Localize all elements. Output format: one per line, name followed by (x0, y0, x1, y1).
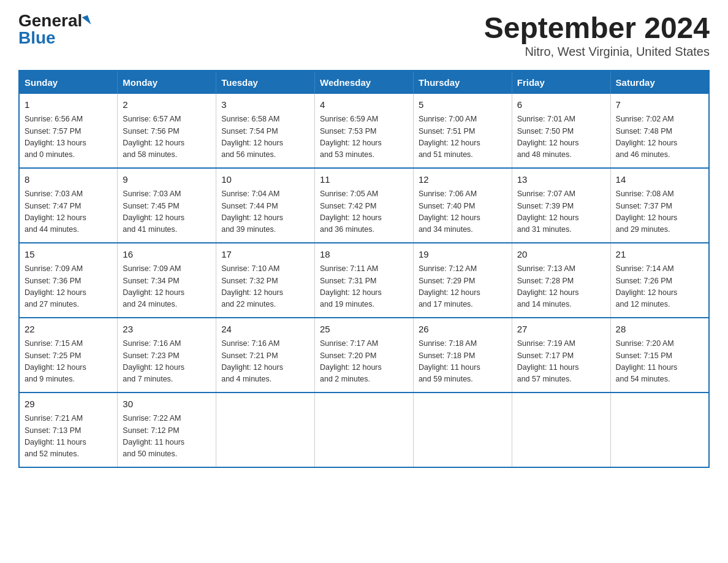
day-number: 10 (221, 173, 309, 187)
calendar-cell: 24Sunrise: 7:16 AM Sunset: 7:21 PM Dayli… (216, 318, 315, 393)
day-info: Sunrise: 7:16 AM Sunset: 7:21 PM Dayligh… (221, 338, 309, 386)
day-number: 19 (419, 248, 507, 262)
day-number: 27 (517, 323, 605, 337)
calendar-cell: 7Sunrise: 7:02 AM Sunset: 7:48 PM Daylig… (610, 94, 709, 168)
calendar-cell: 21Sunrise: 7:14 AM Sunset: 7:26 PM Dayli… (610, 243, 709, 318)
calendar-cell: 18Sunrise: 7:11 AM Sunset: 7:31 PM Dayli… (315, 243, 414, 318)
day-info: Sunrise: 7:20 AM Sunset: 7:15 PM Dayligh… (616, 338, 703, 386)
day-number: 17 (221, 248, 309, 262)
day-number: 22 (25, 323, 112, 337)
day-info: Sunrise: 7:16 AM Sunset: 7:23 PM Dayligh… (123, 338, 211, 386)
day-number: 6 (517, 98, 605, 112)
calendar-cell (512, 393, 610, 467)
day-info: Sunrise: 7:09 AM Sunset: 7:36 PM Dayligh… (25, 263, 112, 311)
calendar-week-row: 8Sunrise: 7:03 AM Sunset: 7:47 PM Daylig… (19, 168, 709, 243)
day-info: Sunrise: 7:05 AM Sunset: 7:42 PM Dayligh… (320, 188, 408, 236)
title-block: September 2024 Nitro, West Virginia, Uni… (484, 12, 710, 59)
day-info: Sunrise: 6:59 AM Sunset: 7:53 PM Dayligh… (320, 113, 408, 161)
day-number: 26 (419, 323, 507, 337)
day-info: Sunrise: 7:10 AM Sunset: 7:32 PM Dayligh… (221, 263, 309, 311)
day-of-week-header: Wednesday (315, 71, 414, 94)
calendar-cell: 25Sunrise: 7:17 AM Sunset: 7:20 PM Dayli… (315, 318, 414, 393)
day-info: Sunrise: 7:13 AM Sunset: 7:28 PM Dayligh… (517, 263, 605, 311)
calendar-cell: 3Sunrise: 6:58 AM Sunset: 7:54 PM Daylig… (216, 94, 315, 168)
day-number: 18 (320, 248, 408, 262)
day-info: Sunrise: 7:09 AM Sunset: 7:34 PM Dayligh… (123, 263, 211, 311)
calendar-cell: 20Sunrise: 7:13 AM Sunset: 7:28 PM Dayli… (512, 243, 610, 318)
calendar-cell: 15Sunrise: 7:09 AM Sunset: 7:36 PM Dayli… (19, 243, 118, 318)
day-number: 15 (25, 248, 112, 262)
calendar-cell: 17Sunrise: 7:10 AM Sunset: 7:32 PM Dayli… (216, 243, 315, 318)
calendar-week-row: 15Sunrise: 7:09 AM Sunset: 7:36 PM Dayli… (19, 243, 709, 318)
calendar-cell (216, 393, 315, 467)
calendar-cell (610, 393, 709, 467)
logo-blue: Blue (18, 29, 56, 47)
day-number: 11 (320, 173, 408, 187)
day-of-week-header: Saturday (610, 71, 709, 94)
day-number: 28 (616, 323, 703, 337)
calendar-cell (413, 393, 512, 467)
logo-triangle-icon (82, 15, 91, 26)
calendar-cell: 6Sunrise: 7:01 AM Sunset: 7:50 PM Daylig… (512, 94, 610, 168)
day-info: Sunrise: 7:03 AM Sunset: 7:45 PM Dayligh… (123, 188, 211, 236)
day-info: Sunrise: 7:21 AM Sunset: 7:13 PM Dayligh… (25, 413, 112, 461)
day-number: 4 (320, 98, 408, 112)
day-number: 24 (221, 323, 309, 337)
day-number: 7 (616, 98, 703, 112)
day-info: Sunrise: 7:08 AM Sunset: 7:37 PM Dayligh… (616, 188, 703, 236)
day-info: Sunrise: 7:22 AM Sunset: 7:12 PM Dayligh… (123, 413, 211, 461)
day-info: Sunrise: 7:01 AM Sunset: 7:50 PM Dayligh… (517, 113, 605, 161)
calendar-week-row: 1Sunrise: 6:56 AM Sunset: 7:57 PM Daylig… (19, 94, 709, 168)
calendar-cell: 2Sunrise: 6:57 AM Sunset: 7:56 PM Daylig… (118, 94, 216, 168)
day-info: Sunrise: 6:58 AM Sunset: 7:54 PM Dayligh… (221, 113, 309, 161)
day-info: Sunrise: 7:14 AM Sunset: 7:26 PM Dayligh… (616, 263, 703, 311)
day-info: Sunrise: 6:56 AM Sunset: 7:57 PM Dayligh… (25, 113, 112, 161)
page-title: September 2024 (484, 12, 710, 45)
calendar-cell: 8Sunrise: 7:03 AM Sunset: 7:47 PM Daylig… (19, 168, 118, 243)
day-number: 13 (517, 173, 605, 187)
calendar-cell: 19Sunrise: 7:12 AM Sunset: 7:29 PM Dayli… (413, 243, 512, 318)
day-number: 23 (123, 323, 211, 337)
calendar-cell: 26Sunrise: 7:18 AM Sunset: 7:18 PM Dayli… (413, 318, 512, 393)
day-info: Sunrise: 7:18 AM Sunset: 7:18 PM Dayligh… (419, 338, 507, 386)
day-info: Sunrise: 7:17 AM Sunset: 7:20 PM Dayligh… (320, 338, 408, 386)
calendar-cell: 23Sunrise: 7:16 AM Sunset: 7:23 PM Dayli… (118, 318, 216, 393)
day-info: Sunrise: 7:19 AM Sunset: 7:17 PM Dayligh… (517, 338, 605, 386)
day-of-week-header: Thursday (413, 71, 512, 94)
page-subtitle: Nitro, West Virginia, United States (484, 45, 710, 59)
calendar-cell: 16Sunrise: 7:09 AM Sunset: 7:34 PM Dayli… (118, 243, 216, 318)
calendar-cell: 4Sunrise: 6:59 AM Sunset: 7:53 PM Daylig… (315, 94, 414, 168)
day-of-week-header: Monday (118, 71, 216, 94)
day-number: 5 (419, 98, 507, 112)
calendar-cell: 12Sunrise: 7:06 AM Sunset: 7:40 PM Dayli… (413, 168, 512, 243)
calendar-week-row: 22Sunrise: 7:15 AM Sunset: 7:25 PM Dayli… (19, 318, 709, 393)
day-number: 3 (221, 98, 309, 112)
day-info: Sunrise: 7:00 AM Sunset: 7:51 PM Dayligh… (419, 113, 507, 161)
day-number: 8 (25, 173, 112, 187)
day-number: 16 (123, 248, 211, 262)
calendar-cell: 1Sunrise: 6:56 AM Sunset: 7:57 PM Daylig… (19, 94, 118, 168)
day-info: Sunrise: 7:07 AM Sunset: 7:39 PM Dayligh… (517, 188, 605, 236)
calendar-cell: 29Sunrise: 7:21 AM Sunset: 7:13 PM Dayli… (19, 393, 118, 467)
day-number: 30 (123, 397, 211, 412)
calendar-cell (315, 393, 414, 467)
day-info: Sunrise: 7:15 AM Sunset: 7:25 PM Dayligh… (25, 338, 112, 386)
calendar-header-row: SundayMondayTuesdayWednesdayThursdayFrid… (19, 71, 709, 94)
day-number: 29 (25, 397, 112, 412)
logo-general: General (18, 12, 82, 29)
day-info: Sunrise: 7:11 AM Sunset: 7:31 PM Dayligh… (320, 263, 408, 311)
logo: General Blue (18, 12, 89, 47)
day-number: 20 (517, 248, 605, 262)
calendar-cell: 9Sunrise: 7:03 AM Sunset: 7:45 PM Daylig… (118, 168, 216, 243)
calendar-cell: 22Sunrise: 7:15 AM Sunset: 7:25 PM Dayli… (19, 318, 118, 393)
calendar-cell: 27Sunrise: 7:19 AM Sunset: 7:17 PM Dayli… (512, 318, 610, 393)
calendar-cell: 11Sunrise: 7:05 AM Sunset: 7:42 PM Dayli… (315, 168, 414, 243)
day-number: 21 (616, 248, 703, 262)
calendar-cell: 10Sunrise: 7:04 AM Sunset: 7:44 PM Dayli… (216, 168, 315, 243)
day-of-week-header: Tuesday (216, 71, 315, 94)
day-info: Sunrise: 7:12 AM Sunset: 7:29 PM Dayligh… (419, 263, 507, 311)
calendar-cell: 5Sunrise: 7:00 AM Sunset: 7:51 PM Daylig… (413, 94, 512, 168)
calendar-cell: 28Sunrise: 7:20 AM Sunset: 7:15 PM Dayli… (610, 318, 709, 393)
day-of-week-header: Sunday (19, 71, 118, 94)
calendar-table: SundayMondayTuesdayWednesdayThursdayFrid… (18, 70, 710, 468)
